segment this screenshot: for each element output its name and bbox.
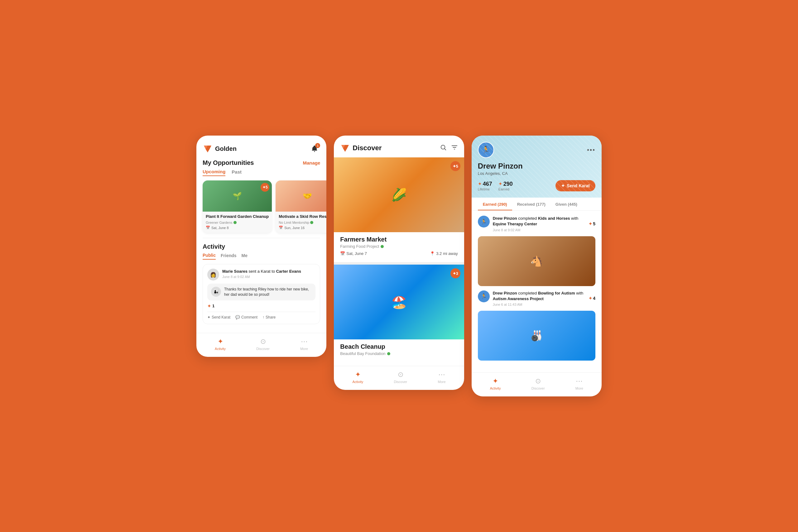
p3-activity-org-1: Equine Therapy Center	[493, 222, 537, 226]
card-date-2: 📅 Sun, June 16	[279, 226, 326, 230]
search-button[interactable]	[440, 144, 447, 152]
p3-activity-nav-icon: ✦	[493, 377, 498, 385]
p3-activity-completed-2: completed	[518, 291, 538, 296]
p2-nav-more[interactable]: ⋯ More	[438, 370, 445, 384]
p1-nav-activity[interactable]: ✦ Activity	[215, 338, 226, 350]
karat-tab-earned[interactable]: Earned (290)	[478, 197, 512, 210]
card-body-1: Plant It Forward Garden Cleanup Greener …	[203, 212, 272, 233]
p3-activity-text-2: Drew Pinzon completed Bowling for Autism…	[493, 290, 586, 302]
p2-logo-icon	[340, 143, 350, 153]
p2-nav-discover[interactable]: ⊙ Discover	[394, 370, 407, 384]
karat-badge-farmers: ✦5	[451, 161, 460, 171]
p3-activity-feed: 🏃 Drew Pinzon completed Kids and Horses …	[472, 211, 602, 370]
activity-title: Activity	[203, 243, 225, 250]
send-karat-button[interactable]: ✦ Send Karat	[207, 315, 230, 320]
p1-nav-more[interactable]: ⋯ More	[300, 338, 308, 350]
p3-nav-more-label: More	[575, 386, 583, 390]
p3-activity-item-2: 🏃 Drew Pinzon completed Bowling for Auti…	[478, 290, 595, 306]
opportunities-tabs: Upcoming Past	[196, 169, 326, 179]
p3-activity-activity-2: Bowling for Autism	[538, 291, 575, 296]
svg-point-2	[314, 151, 315, 152]
phone-2: Discover 🌽 ✦5	[334, 136, 464, 390]
card-image-mentorship: 🤝	[276, 180, 326, 212]
karat-tab-given[interactable]: Given (445)	[551, 197, 582, 210]
beach-cleanup-image: 🏖️	[334, 265, 464, 339]
send-karat-icon: ✦	[207, 315, 210, 320]
feed-card-beach[interactable]: 🏖️ ✦3 Beach Cleanup Beautiful Bay Founda…	[334, 265, 464, 363]
header-pattern	[472, 136, 602, 197]
feed-separator	[334, 262, 464, 265]
verified-dot-1	[233, 221, 236, 224]
p1-bottom-nav: ✦ Activity ⊙ Discover ⋯ More	[196, 333, 326, 357]
p2-discover-nav-icon: ⊙	[398, 370, 403, 379]
manage-button[interactable]: Manage	[303, 160, 320, 166]
beach-org: Beautiful Bay Foundation	[340, 351, 458, 356]
p3-nav-discover[interactable]: ⊙ Discover	[531, 377, 545, 390]
farmers-distance: 📍 3.2 mi away	[430, 251, 458, 256]
p3-nav-activity[interactable]: ✦ Activity	[490, 377, 501, 390]
phone-1: Golden 1 My Opportunities Manage Upcomin…	[196, 136, 326, 357]
farmers-date: 📅 Sat, June 7	[340, 251, 367, 256]
logo-area: Golden	[203, 144, 236, 154]
filter-button[interactable]	[451, 144, 458, 152]
opportunity-cards-scroll: 🌱 ✦5 Plant It Forward Garden Cleanup Gre…	[196, 179, 326, 238]
activity-tabs: Public Friends Me	[203, 253, 320, 260]
p3-nav-activity-label: Activity	[490, 386, 501, 390]
karat-star-beach: ✦	[453, 271, 456, 276]
p2-nav-activity[interactable]: ✦ Activity	[352, 370, 363, 384]
farmers-card-body: Farmers Market Farming Food Project 📅 Sa…	[334, 232, 464, 261]
tab-past[interactable]: Past	[232, 169, 242, 176]
p3-karat-1: ✦ 5	[589, 221, 595, 226]
comment-button[interactable]: 💬 Comment	[235, 315, 258, 320]
karat-tab-received[interactable]: Received (177)	[512, 197, 551, 210]
p2-nav-activity-label: Activity	[352, 380, 363, 384]
share-button[interactable]: ↑ Share	[263, 315, 276, 320]
p1-header: Golden 1	[196, 136, 326, 158]
quote-avatar: 👨‍👧	[211, 287, 221, 297]
card-org-1: Greener Gardens	[206, 221, 269, 224]
verified-dot-2	[310, 221, 313, 224]
opportunity-card-1[interactable]: 🌱 ✦5 Plant It Forward Garden Cleanup Gre…	[203, 180, 272, 233]
activity-quote: 👨‍👧 Thanks for teaching Riley how to rid…	[207, 284, 316, 301]
p1-nav-discover[interactable]: ⊙ Discover	[256, 338, 270, 350]
profile-header: 🏃 ••• Drew Pinzon Los Angeles, CA ✦ 467 …	[472, 136, 602, 197]
p1-nav-more-label: More	[300, 347, 308, 350]
opportunities-title: My Opportunities	[203, 159, 254, 167]
p3-activity-content-1: Drew Pinzon completed Kids and Horses wi…	[493, 216, 586, 231]
p3-activity-completed-1: completed	[518, 216, 538, 221]
more-nav-icon: ⋯	[301, 338, 308, 346]
activity-feed-card: 👩 Marie Soares sent a Karat to Carter Ev…	[203, 264, 320, 324]
p3-activity-time-2: June 6 at 11:43 AM	[493, 303, 586, 306]
horse-activity-image: 🐴	[478, 236, 595, 286]
p2-nav-discover-label: Discover	[394, 380, 407, 384]
tab-upcoming[interactable]: Upcoming	[203, 169, 225, 176]
card-body-2: Motivate a Skid Row Resident No Limit Me…	[276, 212, 326, 233]
activity-action: sent a Karat to	[249, 269, 276, 274]
p3-activity-user-1: Drew Pinzon	[493, 216, 517, 221]
activity-tab-public[interactable]: Public	[203, 253, 216, 260]
p3-activity-text-1: Drew Pinzon completed Kids and Horses wi…	[493, 216, 586, 227]
p3-nav-more[interactable]: ⋯ More	[575, 377, 583, 390]
farmers-meta: 📅 Sat, June 7 📍 3.2 mi away	[340, 251, 458, 256]
karat-tabs-row: Earned (290) Received (177) Given (445)	[472, 197, 602, 211]
activity-tab-friends[interactable]: Friends	[221, 253, 236, 260]
opportunity-card-2[interactable]: 🤝 ✦3 Motivate a Skid Row Resident No Lim…	[276, 180, 326, 233]
farmers-org: Farming Food Project	[340, 244, 458, 249]
notification-bell-button[interactable]: 1	[309, 143, 320, 154]
opportunities-section-header: My Opportunities Manage	[196, 158, 326, 169]
location-icon-farmers: 📍	[430, 251, 435, 256]
feed-card-farmers[interactable]: 🌽 ✦5 Farmers Market Farming Food Project…	[334, 157, 464, 261]
p3-activity-avatar-2: 🏃	[478, 290, 490, 302]
beach-card-body: Beach Cleanup Beautiful Bay Foundation	[334, 339, 464, 363]
p3-more-nav-icon: ⋯	[576, 377, 583, 385]
p2-activity-nav-icon: ✦	[355, 370, 361, 379]
p3-activity-item-1: 🏃 Drew Pinzon completed Kids and Horses …	[478, 216, 595, 231]
farmers-market-image: 🌽	[334, 157, 464, 232]
share-icon: ↑	[263, 315, 264, 320]
activity-avatar: 👩	[207, 269, 219, 281]
activity-tab-me[interactable]: Me	[242, 253, 247, 260]
karat-star-p3-2: ✦	[589, 296, 592, 301]
p3-activity-user-2: Drew Pinzon	[493, 291, 517, 296]
activity-nav-icon: ✦	[217, 338, 223, 346]
karat-star-icon-feed: ✦	[207, 304, 211, 308]
